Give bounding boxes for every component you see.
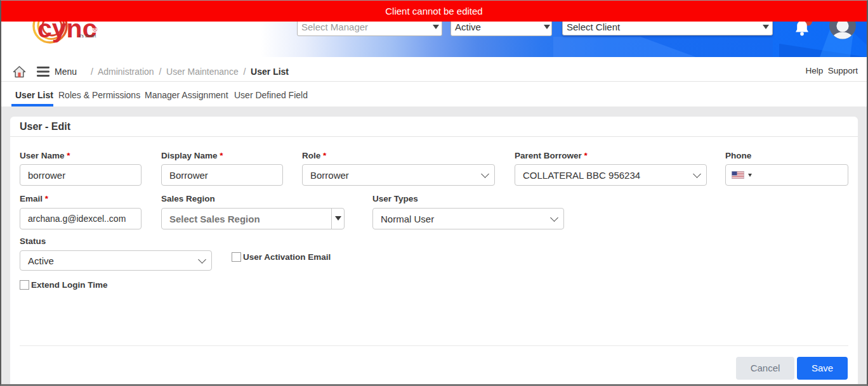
svg-text:®: ® [93,26,98,33]
svg-text:It's Smart: It's Smart [79,34,96,38]
